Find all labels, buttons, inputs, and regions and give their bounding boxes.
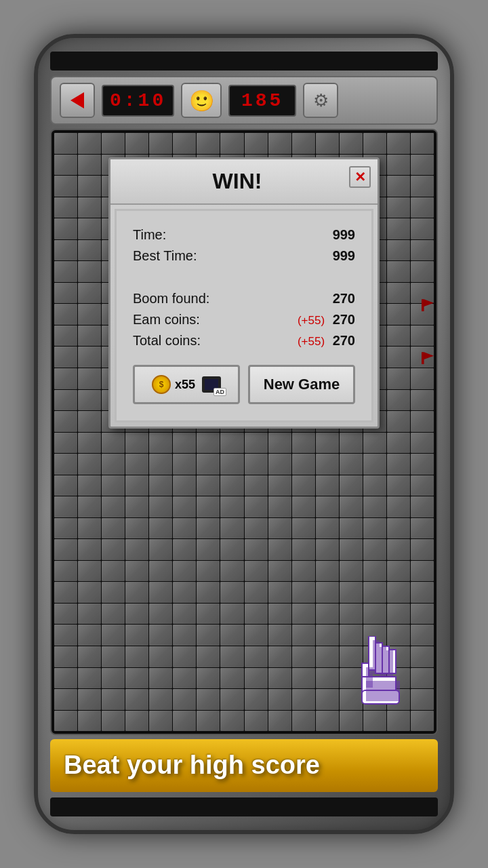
settings-button[interactable]: ⚙ [303,83,338,118]
best-time-label: Best Time: [133,248,197,264]
top-bar [50,52,438,71]
boom-value: 270 [333,291,355,307]
stat-best-time: Best Time: 999 [133,245,355,267]
new-game-label: New Game [264,376,340,393]
dialog-title: WIN! [213,169,262,193]
toolbar: 0:10 🙂 185 ⚙ [50,76,438,125]
bottom-banner: Beat your high score [50,739,438,792]
best-time-value: 999 [333,248,355,264]
close-button[interactable]: ✕ [349,166,371,188]
gear-icon: ⚙ [313,90,329,111]
stat-total-coins: Total coins: (+55) 270 [133,330,355,351]
timer-display: 0:10 [102,85,174,117]
stats-section-2: Boom found: 270 Eam coins: (+55) 270 Tot… [133,288,355,351]
earn-bonus: (+55) [298,314,325,327]
close-icon: ✕ [354,169,366,185]
stats-section: Time: 999 Best Time: 999 [133,224,355,267]
stat-time: Time: 999 [133,224,355,245]
coins-ad-button[interactable]: $ x55 AD [133,365,240,404]
back-button[interactable] [60,83,95,118]
smiley-icon: 🙂 [189,89,214,113]
dialog-overlay: WIN! ✕ Time: 999 Best Time: 99 [52,130,436,734]
stat-earn-coins: Eam coins: (+55) 270 [133,309,355,330]
new-game-button[interactable]: New Game [248,365,355,404]
bottom-bar [50,797,438,816]
coin-symbol: $ [159,380,164,389]
total-label: Total coins: [133,333,201,349]
tv-ad-container: AD [202,376,221,393]
phone-frame: 0:10 🙂 185 ⚙ // Generate tiles for backg… [34,34,454,834]
dialog-titlebar: WIN! ✕ [110,159,378,205]
win-dialog: WIN! ✕ Time: 999 Best Time: 99 [108,157,380,429]
total-value: 270 [333,333,355,348]
coin-icon: $ [152,375,171,394]
coins-multiplier: x55 [175,378,195,392]
dialog-body: Time: 999 Best Time: 999 Boom found: 270 [115,209,373,422]
divider-1 [133,280,355,288]
smiley-button[interactable]: 🙂 [181,83,222,118]
earn-label: Eam coins: [133,312,200,328]
back-arrow-icon [70,92,84,108]
dialog-actions: $ x55 AD New Game [133,365,355,404]
total-bonus: (+55) [298,335,325,348]
earn-value: 270 [333,312,355,327]
bomb-count-display: 185 [228,85,296,117]
game-area: // Generate tiles for background visual … [50,129,438,735]
time-value: 999 [333,227,355,243]
boom-label: Boom found: [133,291,209,307]
ad-label: AD [214,388,226,396]
banner-text: Beat your high score [64,751,424,780]
time-label: Time: [133,227,166,243]
stat-boom: Boom found: 270 [133,288,355,309]
